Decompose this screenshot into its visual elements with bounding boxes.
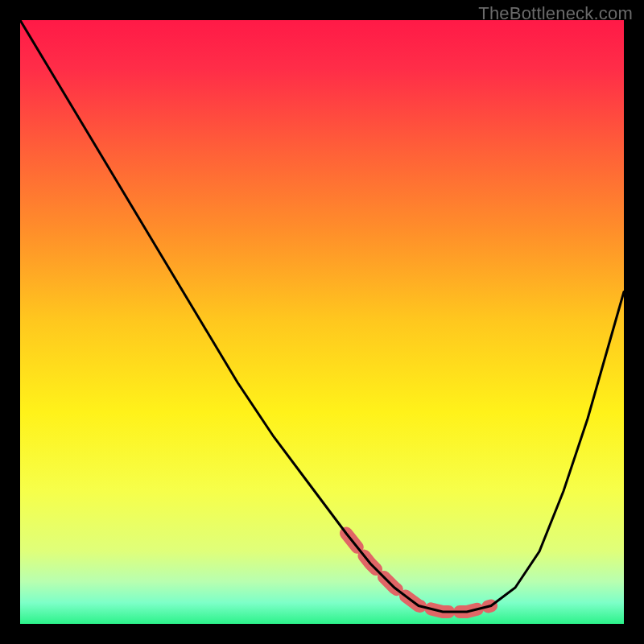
watermark-text: TheBottleneck.com [478,3,633,24]
chart-svg [20,20,624,624]
plot-area [20,20,624,624]
gradient-background [20,20,624,624]
